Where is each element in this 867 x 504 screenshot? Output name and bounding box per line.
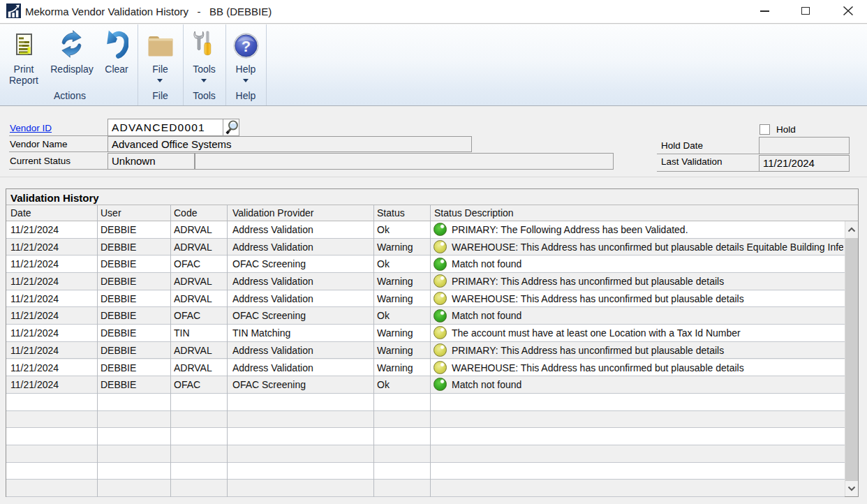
svg-text:?: ?	[242, 38, 251, 55]
